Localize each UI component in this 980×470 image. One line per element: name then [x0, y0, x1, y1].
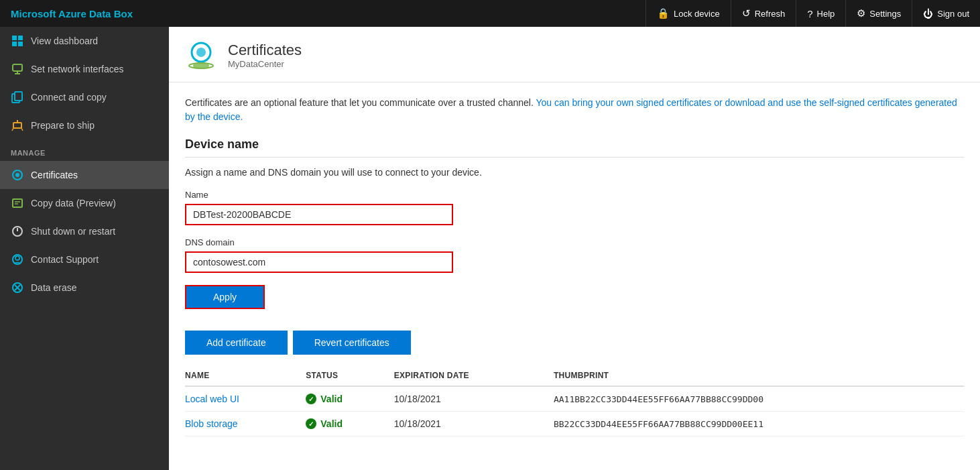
sidebar-manage-section: MANAGE	[0, 139, 169, 161]
cert-name-1: Local web UI	[185, 386, 306, 412]
table-row: Local web UI Valid 10/18/2021 AA11BB22CC…	[185, 386, 964, 412]
settings-icon: ⚙	[857, 7, 865, 19]
copydata-icon	[11, 196, 24, 210]
cert-status-1: Valid	[306, 386, 393, 412]
cert-expiration-1: 10/18/2021	[394, 386, 554, 412]
cert-link-2[interactable]: Blob storage	[185, 418, 238, 429]
sidebar-item-shutdown-label: Shut down or restart	[31, 226, 115, 237]
sidebar-item-erase[interactable]: Data erase	[0, 274, 169, 302]
sidebar-item-ship-label: Prepare to ship	[31, 120, 95, 131]
svg-rect-1	[18, 36, 23, 40]
sidebar-item-certificates[interactable]: Certificates	[0, 161, 169, 189]
page-header-text: Certificates MyDataCenter	[228, 42, 302, 69]
lock-icon: 🔒	[657, 7, 670, 19]
name-field-label: Name	[185, 190, 964, 200]
sidebar-item-erase-label: Data erase	[31, 282, 76, 293]
shutdown-icon	[11, 225, 24, 238]
sidebar-item-shutdown[interactable]: Shut down or restart	[0, 217, 169, 245]
name-field-group: Name	[185, 190, 964, 225]
lock-label: Lock device	[674, 9, 720, 19]
cert-expiration-2: 10/18/2021	[394, 412, 554, 436]
sidebar-item-ship[interactable]: Prepare to ship	[0, 111, 169, 139]
refresh-label: Refresh	[755, 9, 786, 19]
certificates-table: NAME STATUS EXPIRATION DATE THUMBPRINT L…	[185, 365, 964, 436]
section-divider	[185, 157, 964, 158]
page-title: Certificates	[228, 42, 302, 59]
erase-icon	[11, 281, 24, 294]
table-row: Blob storage Valid 10/18/2021 BB22CC33DD…	[185, 412, 964, 436]
col-status: STATUS	[306, 365, 393, 386]
page-subtitle: MyDataCenter	[228, 59, 302, 69]
dns-field-group: DNS domain	[185, 237, 964, 273]
sidebar-item-support[interactable]: Contact Support	[0, 245, 169, 274]
sidebar-item-dashboard[interactable]: View dashboard	[0, 27, 169, 55]
cert-thumbprint-2: BB22CC33DD44EE55FF66AA77BB88CC99DD00EE11	[554, 412, 964, 436]
topbar: Microsoft Azure Data Box 🔒 Lock device ↺…	[0, 0, 980, 27]
certificates-page-icon	[185, 39, 217, 71]
device-name-title: Device name	[185, 137, 964, 152]
svg-rect-0	[12, 36, 17, 40]
signout-label: Sign out	[937, 9, 969, 19]
sidebar-item-certificates-label: Certificates	[31, 170, 78, 180]
network-icon	[11, 62, 24, 76]
col-thumbprint: THUMBPRINT	[554, 365, 964, 386]
sidebar-item-support-label: Contact Support	[31, 254, 99, 265]
svg-line-11	[12, 128, 13, 131]
certificates-section: Add certificate Revert certificates NAME…	[185, 331, 964, 436]
lock-device-button[interactable]: 🔒 Lock device	[646, 0, 731, 27]
topbar-actions: 🔒 Lock device ↺ Refresh ? Help ⚙ Setting…	[646, 0, 980, 27]
status-dot-2	[306, 418, 316, 429]
refresh-button[interactable]: ↺ Refresh	[731, 0, 796, 27]
col-expiration: EXPIRATION DATE	[394, 365, 554, 386]
sidebar-item-copy[interactable]: Connect and copy	[0, 83, 169, 111]
page-description: Certificates are an optional feature tha…	[185, 96, 964, 124]
svg-rect-2	[12, 42, 17, 46]
sidebar-item-network[interactable]: Set network interfaces	[0, 55, 169, 83]
dashboard-icon	[11, 34, 24, 48]
sidebar-item-copydata[interactable]: Copy data (Preview)	[0, 189, 169, 217]
sidebar-item-copydata-label: Copy data (Preview)	[31, 198, 116, 209]
apply-button[interactable]: Apply	[185, 285, 265, 309]
help-icon: ?	[807, 8, 812, 19]
table-header: NAME STATUS EXPIRATION DATE THUMBPRINT	[185, 365, 964, 386]
svg-rect-3	[18, 42, 23, 46]
sidebar-item-network-label: Set network interfaces	[31, 64, 124, 74]
certificates-icon	[11, 168, 24, 182]
cert-status-2: Valid	[306, 412, 393, 436]
help-label: Help	[817, 9, 835, 19]
name-input[interactable]	[185, 204, 453, 225]
content-body: Certificates are an optional feature tha…	[169, 82, 980, 450]
svg-line-12	[21, 128, 23, 131]
cert-actions: Add certificate Revert certificates	[185, 331, 964, 355]
svg-point-21	[15, 256, 19, 260]
settings-label: Settings	[869, 9, 901, 19]
copy-icon	[11, 91, 24, 104]
dns-input[interactable]	[185, 251, 453, 273]
sidebar: View dashboard Set network interfaces Co…	[0, 27, 169, 470]
settings-button[interactable]: ⚙ Settings	[845, 0, 912, 27]
main-layout: View dashboard Set network interfaces Co…	[0, 27, 980, 470]
add-certificate-button[interactable]: Add certificate	[185, 331, 288, 355]
refresh-icon: ↺	[742, 7, 751, 19]
sidebar-item-copy-label: Connect and copy	[31, 92, 107, 103]
signout-icon: ⏻	[923, 8, 933, 19]
col-name: NAME	[185, 365, 306, 386]
status-dot-1	[306, 394, 316, 404]
device-name-subtitle: Assign a name and DNS domain you will us…	[185, 167, 964, 178]
cert-thumbprint-1: AA11BB22CC33DD44EE55FF66AA77BB88CC99DD00	[554, 386, 964, 412]
svg-point-26	[196, 48, 206, 57]
svg-point-14	[15, 173, 19, 177]
cert-name-2: Blob storage	[185, 412, 306, 436]
dns-field-label: DNS domain	[185, 237, 964, 247]
ship-icon	[11, 119, 24, 132]
signout-button[interactable]: ⏻ Sign out	[912, 0, 980, 27]
app-title: Microsoft Azure Data Box	[11, 8, 646, 19]
revert-certificates-button[interactable]: Revert certificates	[293, 331, 411, 355]
svg-rect-4	[13, 64, 22, 71]
cert-link-1[interactable]: Local web UI	[185, 394, 239, 404]
sidebar-item-dashboard-label: View dashboard	[31, 36, 98, 46]
support-icon	[11, 253, 24, 266]
help-button[interactable]: ? Help	[796, 0, 845, 27]
device-name-section: Device name Assign a name and DNS domain…	[185, 137, 964, 331]
status-valid-2: Valid	[306, 418, 383, 429]
